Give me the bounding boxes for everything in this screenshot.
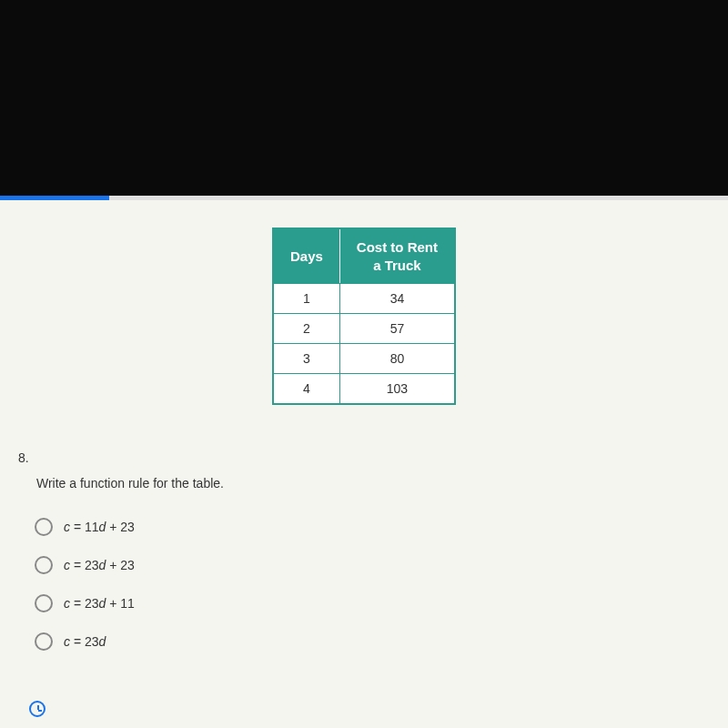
answer-options: c = 11d + 23 c = 23d + 23 c = 23d + 11 c…: [35, 518, 710, 651]
option-a[interactable]: c = 11d + 23: [35, 518, 710, 536]
radio-icon: [35, 632, 53, 651]
option-d-text: c = 23d: [64, 634, 106, 649]
rest-part: + 11: [106, 596, 135, 611]
header-cost-line2: a Truck: [373, 258, 421, 273]
table-row: 4 103: [273, 374, 455, 405]
header-cost-line1: Cost to Rent: [357, 239, 438, 255]
radio-icon: [35, 518, 53, 536]
radio-icon: [35, 556, 53, 574]
cell-cost: 57: [339, 314, 455, 344]
question-number: 8.: [18, 450, 710, 465]
var-c: c: [64, 634, 70, 649]
cell-days: 2: [273, 314, 339, 344]
var-d: d: [99, 634, 106, 649]
eq-part: = 23: [70, 596, 99, 611]
option-b[interactable]: c = 23d + 23: [35, 556, 710, 574]
option-d[interactable]: c = 23d: [35, 632, 710, 651]
cell-days: 1: [273, 284, 339, 314]
cell-cost: 80: [339, 344, 455, 374]
var-c: c: [64, 558, 70, 572]
data-table-container: Days Cost to Rent a Truck 1 34 2 57: [18, 228, 710, 405]
rest-part: + 23: [106, 520, 135, 534]
header-cost: Cost to Rent a Truck: [339, 228, 455, 284]
cell-days: 3: [273, 344, 339, 374]
header-days: Days: [273, 228, 339, 284]
table-row: 1 34: [273, 284, 455, 314]
table-row: 2 57: [273, 314, 455, 344]
option-c[interactable]: c = 23d + 11: [35, 594, 710, 612]
content-area: Days Cost to Rent a Truck 1 34 2 57: [0, 200, 728, 728]
cell-cost: 34: [339, 284, 455, 314]
option-c-text: c = 23d + 11: [64, 596, 135, 611]
clock-icon[interactable]: [29, 701, 46, 717]
var-c: c: [64, 520, 70, 534]
data-table: Days Cost to Rent a Truck 1 34 2 57: [272, 228, 456, 405]
cell-days: 4: [273, 374, 339, 405]
option-a-text: c = 11d + 23: [64, 520, 135, 534]
eq-part: = 23: [70, 558, 99, 572]
eq-part: = 23: [70, 634, 99, 649]
question-text: Write a function rule for the table.: [36, 476, 710, 490]
eq-part: = 11: [70, 520, 99, 534]
var-c: c: [64, 596, 70, 611]
radio-icon: [35, 594, 53, 612]
table-row: 3 80: [273, 344, 455, 374]
rest-part: + 23: [106, 558, 135, 572]
table-header-row: Days Cost to Rent a Truck: [273, 228, 455, 284]
cell-cost: 103: [339, 374, 455, 405]
option-b-text: c = 23d + 23: [64, 558, 135, 572]
